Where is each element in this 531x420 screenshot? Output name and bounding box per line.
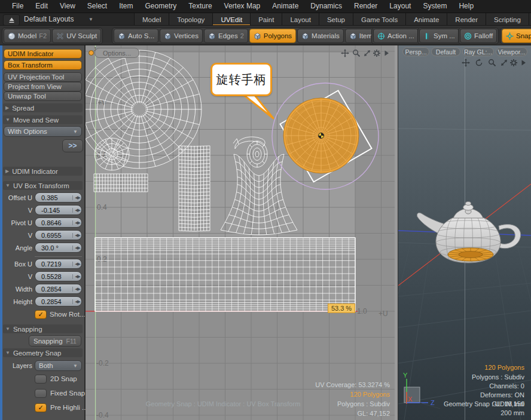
menu-geometry[interactable]: Geometry (139, 0, 183, 13)
cube-icon (208, 32, 216, 40)
maximize-icon[interactable] (363, 49, 371, 57)
move-and-sew-section-header[interactable]: ▼ Move and Sew (3, 115, 83, 124)
menu-select[interactable]: Select (81, 0, 113, 13)
sew-options-dropdown[interactable]: With Options▼ (4, 126, 82, 137)
layers-dropdown[interactable]: Both▼ (35, 360, 82, 371)
udim-indicator-section-header[interactable]: ▶ UDIM Indicator (3, 167, 83, 176)
snapping-enable-button[interactable]: SnappingF11 (29, 335, 81, 347)
fixed-snap-checkbox[interactable]: ✓ (35, 389, 47, 398)
unwrap-tool-button[interactable]: Unwrap Tool (4, 91, 82, 101)
value-spinner[interactable]: ◀▶ (72, 220, 80, 225)
angle-field[interactable]: 30.0 °◀▶ (35, 243, 82, 253)
uv-box-transform-section-header[interactable]: ▼ UV Box Transform (3, 181, 83, 190)
polygons-button[interactable]: Polygons (249, 29, 296, 43)
tab-scripting[interactable]: Scripting (486, 13, 529, 26)
gear-icon[interactable] (373, 49, 381, 57)
falloff-button[interactable]: Falloff (460, 29, 497, 43)
spread-section-header[interactable]: ▶ Spread (3, 103, 83, 112)
menu-render[interactable]: Render (348, 0, 383, 13)
tab-render[interactable]: Render (447, 13, 486, 26)
value-spinner[interactable]: ◀▶ (72, 195, 80, 200)
tab-animate[interactable]: Animate (405, 13, 447, 26)
udim-indicator-tool-button[interactable]: UDIM Indicator (4, 49, 82, 59)
value-spinner[interactable]: ◀▶ (72, 208, 80, 213)
snapping-section-header[interactable]: ▼ Snapping (3, 324, 83, 333)
value-spinner[interactable]: ◀▶ (72, 287, 80, 292)
value-spinner[interactable]: ◀▶ (72, 262, 80, 266)
menu-texture[interactable]: Texture (182, 0, 218, 13)
value-spinner[interactable]: ◀▶ (72, 233, 80, 238)
pan-icon[interactable] (462, 59, 470, 67)
height-field[interactable]: 0.2854◀▶ (35, 296, 82, 306)
menu-item[interactable]: Item (113, 0, 139, 13)
zoom-icon[interactable] (488, 59, 496, 67)
edges-button[interactable]: Edges2 (204, 29, 248, 43)
materials-button[interactable]: Materials (297, 29, 344, 43)
expanded-arrow-icon: ▼ (5, 183, 10, 188)
box-v-field[interactable]: 0.5528◀▶ (35, 271, 82, 281)
expanded-arrow-icon: ▼ (5, 326, 10, 332)
box-transform-tool-button[interactable]: Box Transform (4, 60, 82, 70)
project-from-view-button[interactable]: Project from View (4, 82, 82, 91)
value-spinner[interactable]: ◀▶ (72, 299, 80, 304)
pre-highlight-checkbox[interactable]: ✓ (35, 403, 47, 412)
tab-game-tools[interactable]: Game Tools (353, 13, 405, 26)
tab-paint[interactable]: Paint (250, 13, 282, 26)
value-spinner[interactable]: ◀▶ (72, 274, 80, 279)
box-u-field[interactable]: 0.7219◀▶ (35, 259, 82, 269)
menu-vertex-map[interactable]: Vertex Map (218, 0, 267, 13)
vertices-button[interactable]: Vertices (160, 29, 203, 43)
tab-model[interactable]: Model (134, 13, 169, 26)
offset-v-field[interactable]: -0.145◀▶ (35, 205, 82, 215)
symmetry-button[interactable]: Sym ... (419, 29, 459, 43)
polygon-count-status: 120 Polygons (484, 364, 524, 371)
zoom-icon[interactable] (352, 49, 361, 57)
uv-editor-viewport[interactable]: +V 0.6 0.4 0.2 -0.2 -0.4 1.0 +U 1 Option… (86, 45, 395, 420)
menu-layout[interactable]: Layout (383, 0, 417, 13)
action-center-button[interactable]: Action ... (373, 29, 419, 43)
perspective-viewport[interactable]: Y X Z Persp... Default Ray GL:... Viewpo… (395, 45, 531, 420)
pan-icon[interactable] (341, 49, 349, 57)
menu-system[interactable]: System (417, 0, 453, 13)
options-button[interactable]: Options... (94, 48, 139, 58)
menu-file[interactable]: File (6, 0, 29, 13)
panel-divider[interactable] (395, 45, 398, 420)
pivot-v-field[interactable]: 0.6955◀▶ (35, 230, 82, 240)
gear-icon[interactable] (509, 59, 518, 67)
viewport-tab[interactable]: Viewpor... (496, 47, 527, 56)
ray-gl-tab[interactable]: Ray GL:... (462, 47, 494, 56)
menu-edit[interactable]: Edit (29, 0, 54, 13)
tab-layout[interactable]: Layout (282, 13, 319, 26)
geometry-snap-section-header[interactable]: ▼ Geometry Snap (3, 348, 83, 357)
2d-snap-checkbox[interactable]: ✓ (35, 375, 47, 384)
perspective-tab[interactable]: Persp... (402, 47, 429, 56)
tab-uvedit[interactable]: UVEdit (212, 13, 250, 26)
maximize-icon[interactable] (500, 59, 508, 67)
menu-animate[interactable]: Animate (266, 0, 304, 13)
uv-sculpt-button[interactable]: UV Sculpt (52, 29, 101, 43)
tab-topology[interactable]: Topology (169, 13, 212, 26)
width-field[interactable]: 0.2854◀▶ (35, 284, 82, 294)
snapping-toggle-button[interactable]: Snapp (502, 29, 531, 43)
show-rotation-checkbox[interactable]: ✓ (35, 310, 47, 319)
tab-setup[interactable]: Setup (319, 13, 353, 26)
pin-layout-button[interactable] (3, 14, 20, 26)
offset-u-field[interactable]: 0.385◀▶ (35, 192, 82, 203)
default-shading-tab[interactable]: Default (431, 47, 460, 56)
menu-help[interactable]: Help (453, 0, 480, 13)
more-options-icon[interactable] (519, 59, 527, 67)
model-mode-button[interactable]: ModelF2 (4, 29, 51, 43)
rotate-icon[interactable] (475, 59, 483, 67)
box-u-label: Box U (0, 260, 32, 268)
uv-projection-tool-button[interactable]: UV Projection Tool (4, 72, 82, 82)
more-options-icon[interactable] (382, 49, 390, 57)
coverage-badge: 53.3 % (328, 303, 355, 313)
pivot-u-field[interactable]: 0.8646◀▶ (35, 217, 82, 228)
layout-selector[interactable]: Default Layouts (24, 15, 74, 23)
menu-view[interactable]: View (54, 0, 81, 13)
menu-dynamics[interactable]: Dynamics (304, 0, 348, 13)
expand-panel-button[interactable]: >> (62, 139, 83, 152)
value-spinner[interactable]: ◀▶ (72, 246, 80, 250)
tab-schematic[interactable]: Schemat (529, 13, 531, 26)
auto-select-button[interactable]: Auto S... (114, 29, 158, 43)
